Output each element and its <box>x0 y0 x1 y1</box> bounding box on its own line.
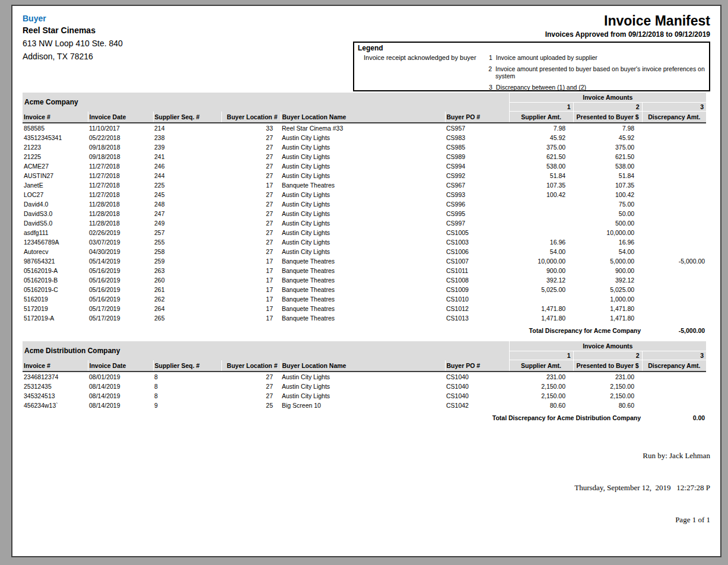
invoice-tables: Acme Company Invoice Amounts 1 2 3 Invoi… <box>23 93 710 423</box>
footer-page-number: Page 1 of 1 <box>574 515 710 525</box>
legend-item-number: 3 <box>487 84 492 91</box>
invoice-cell <box>642 199 706 209</box>
invoice-cell: 05162019-B <box>23 275 88 285</box>
invoice-cell: 11/27/2018 <box>88 180 153 190</box>
legend-title: Legend <box>358 44 705 52</box>
invoice-cell: 263 <box>153 266 221 275</box>
buyer-name: Reel Star Cinemas <box>23 26 349 35</box>
invoice-cell: 27 <box>221 209 281 218</box>
invoice-cell: 858585 <box>23 123 88 133</box>
legend-item-number: 2 <box>487 65 492 80</box>
invoice-cell: 17 <box>221 294 281 304</box>
legend-item: 1 Invoice amount uploaded by supplier <box>487 54 705 61</box>
invoice-cell: 25 <box>221 401 281 410</box>
invoice-cell: CS1003 <box>445 237 509 247</box>
invoice-cell: CS996 <box>445 199 509 209</box>
invoice-cell: 17 <box>221 313 281 323</box>
title-block: Invoice Manifest Invoices Approved from … <box>353 14 710 91</box>
column-header: Invoice Date <box>88 360 153 372</box>
invoice-cell <box>642 294 706 304</box>
invoice-cell: 538.00 <box>509 161 573 171</box>
invoice-cell <box>642 237 706 247</box>
invoice-cell: 02/26/2019 <box>88 228 153 237</box>
invoice-cell: Austin City Lights <box>281 209 445 218</box>
invoice-cell: 8 <box>153 372 221 382</box>
invoice-cell: 249 <box>153 218 221 228</box>
column-header: Invoice Date <box>88 112 153 123</box>
invoice-cell <box>642 313 706 323</box>
amount-col-number: 2 <box>573 351 642 360</box>
invoice-cell: 05/16/2019 <box>88 266 153 275</box>
invoice-cell: 8 <box>153 382 221 391</box>
invoice-cell: 1,471.80 <box>509 313 573 323</box>
invoice-row: 4351234534105/22/201823827Austin City Li… <box>23 133 706 142</box>
invoice-cell: ACME27 <box>23 161 88 171</box>
invoice-cell: 05/17/2019 <box>88 304 153 313</box>
invoice-cell: 10,000.00 <box>573 228 642 237</box>
invoice-cell: 345324513 <box>23 391 88 401</box>
invoice-cell <box>642 133 706 142</box>
invoice-cell: CS1040 <box>445 372 509 382</box>
invoice-cell: 27 <box>221 199 281 209</box>
invoice-cell: 107.35 <box>509 180 573 190</box>
invoice-cell: Austin City Lights <box>281 391 445 401</box>
invoice-cell <box>642 372 706 382</box>
footer-datetime: Thursday, September 12, 2019 12:27:28 P <box>574 483 710 493</box>
invoice-cell: 1,471.80 <box>573 313 642 323</box>
buyer-block: Buyer Reel Star Cinemas 613 NW Loop 410 … <box>23 14 349 61</box>
invoice-cell: 392.12 <box>573 275 642 285</box>
invoice-cell: Austin City Lights <box>281 171 445 180</box>
invoice-cell <box>642 304 706 313</box>
invoice-cell: 45.92 <box>509 133 573 142</box>
invoice-row: 5172019-A05/17/201926517Banquete Theatre… <box>23 313 706 323</box>
invoice-row: Autorecv04/30/201925827Austin City Light… <box>23 247 706 256</box>
invoice-cell: 75.00 <box>573 199 642 209</box>
invoice-row: 517201905/17/201926417Banquete TheatresC… <box>23 304 706 313</box>
invoice-cell <box>642 209 706 218</box>
invoice-cell: 5172019 <box>23 304 88 313</box>
invoice-row: David4.011/28/201824827Austin City Light… <box>23 199 706 209</box>
invoice-row: AUSTIN2711/27/201824427Austin City Light… <box>23 171 706 180</box>
invoice-cell: 11/28/2018 <box>88 218 153 228</box>
invoice-cell: 05/16/2019 <box>88 294 153 304</box>
invoice-cell: 80.60 <box>573 401 642 410</box>
invoice-cell: 100.42 <box>573 190 642 199</box>
invoice-cell: 1,471.80 <box>509 304 573 313</box>
column-header: Discrepancy Amt. <box>642 112 706 123</box>
invoice-cell: Banquete Theatres <box>281 256 445 266</box>
invoice-cell: AUSTIN27 <box>23 171 88 180</box>
invoice-cell: 27 <box>221 372 281 382</box>
invoice-cell: CS985 <box>445 142 509 152</box>
column-header: Buyer Location # <box>221 360 281 372</box>
invoice-cell: 5,025.00 <box>509 285 573 294</box>
invoice-cell: CS994 <box>445 161 509 171</box>
invoice-cell <box>642 142 706 152</box>
invoice-cell <box>642 247 706 256</box>
invoice-cell: 2,150.00 <box>509 391 573 401</box>
invoice-cell <box>509 218 573 228</box>
invoice-cell: CS1040 <box>445 391 509 401</box>
invoice-cell: -5,000.00 <box>642 256 706 266</box>
total-row: Total Discrepancy for Acme Company -5,00… <box>23 323 706 335</box>
invoice-cell: 500.00 <box>573 218 642 228</box>
invoice-cell: 261 <box>153 285 221 294</box>
invoice-cell: 08/01/2019 <box>88 372 153 382</box>
invoice-cell: 5172019-A <box>23 313 88 323</box>
invoice-cell: 260 <box>153 275 221 285</box>
invoice-cell: 244 <box>153 171 221 180</box>
invoice-cell: 45.92 <box>573 133 642 142</box>
company-invoice-table: Acme Distribution Company Invoice Amount… <box>23 341 706 423</box>
invoice-cell: Banquete Theatres <box>281 266 445 275</box>
invoice-row: 98765432105/14/201925917Banquete Theatre… <box>23 256 706 266</box>
invoice-cell: 265 <box>153 313 221 323</box>
invoice-cell: 11/27/2018 <box>88 190 153 199</box>
amount-col-number: 1 <box>509 103 573 112</box>
invoice-cell: 54.00 <box>573 247 642 256</box>
company-invoice-table: Acme Company Invoice Amounts 1 2 3 Invoi… <box>23 93 706 335</box>
invoice-row: ACME2711/27/201824627Austin City LightsC… <box>23 161 706 171</box>
invoice-cell: CS1007 <box>445 256 509 266</box>
invoice-cell: 247 <box>153 209 221 218</box>
invoice-row: 2122309/18/201823927Austin City LightsCS… <box>23 142 706 152</box>
invoice-cell: asdfg111 <box>23 228 88 237</box>
invoice-cell: 17 <box>221 180 281 190</box>
